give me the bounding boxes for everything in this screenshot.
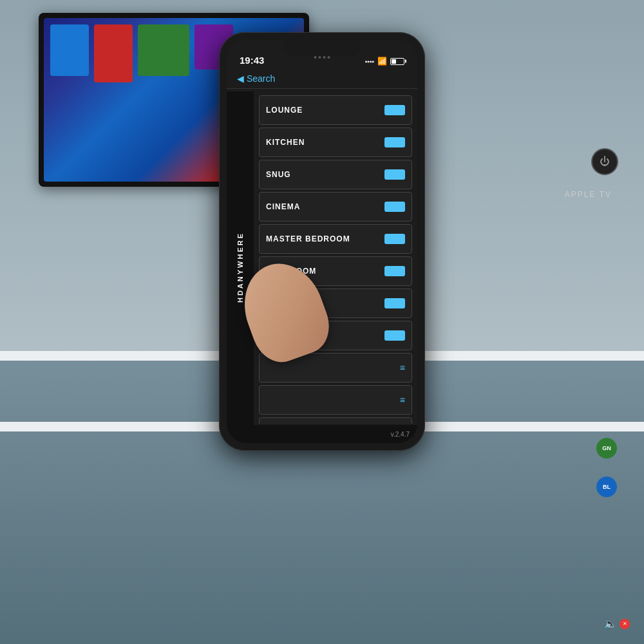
room-toggle-cinema[interactable] bbox=[384, 202, 405, 212]
power-button[interactable]: ⏻ bbox=[591, 148, 618, 175]
brand-name: HDANYWHERE bbox=[236, 232, 244, 303]
apple-tv-label: APPLE TV bbox=[565, 190, 612, 199]
volume-mute-badge: ✕ bbox=[620, 619, 630, 629]
gn-label: GN bbox=[602, 445, 611, 451]
volume-area[interactable]: 🔈 ✕ bbox=[604, 618, 630, 630]
room-name-cinema: CINEMA bbox=[266, 202, 384, 211]
dot1 bbox=[314, 56, 317, 59]
room-toggle-kitchen[interactable] bbox=[384, 137, 405, 147]
room-toggle-bathroom[interactable] bbox=[384, 330, 405, 341]
version-text: v.2.4.7 bbox=[391, 431, 410, 438]
room-toggle-kids-room[interactable] bbox=[384, 266, 405, 276]
room-toggle-master-bedroom[interactable] bbox=[384, 234, 405, 244]
room-name-snug: SNUG bbox=[266, 170, 384, 179]
room-name-kitchen: KITCHEN bbox=[266, 138, 384, 147]
status-icons: ▪▪▪▪ 📶 bbox=[365, 57, 404, 66]
room-name-master-bedroom: MASTER BEDROOM bbox=[266, 234, 384, 243]
phone-wrapper: 19:43 ▪▪▪▪ 📶 ◀ Search HDANYWHERE bbox=[219, 32, 425, 451]
phone-device: 19:43 ▪▪▪▪ 📶 ◀ Search HDANYWHERE bbox=[219, 32, 425, 451]
room-item-kitchen[interactable]: KITCHEN bbox=[259, 128, 412, 157]
bl-label: BL bbox=[603, 484, 611, 490]
room-toggle-lounge[interactable] bbox=[384, 105, 405, 115]
room-menu-icon-room9[interactable]: ≡ bbox=[400, 363, 405, 373]
gn-badge: GN bbox=[596, 438, 617, 459]
search-bar[interactable]: ◀ Search bbox=[227, 68, 417, 89]
room-item-cinema[interactable]: CINEMA bbox=[259, 192, 412, 222]
volume-icon: 🔈 bbox=[604, 618, 617, 630]
room-toggle-snug[interactable] bbox=[384, 169, 405, 180]
tv-tile-3 bbox=[138, 24, 189, 76]
search-back-button[interactable]: ◀ Search bbox=[237, 73, 275, 84]
power-icon: ⏻ bbox=[600, 156, 610, 167]
phone-notch bbox=[283, 40, 361, 57]
bl-badge: BL bbox=[596, 477, 617, 497]
room-item-snug[interactable]: SNUG bbox=[259, 160, 412, 189]
room-name-lounge: LOUNGE bbox=[266, 106, 384, 115]
room-list: LOUNGEKITCHENSNUGCINEMAMASTER BEDROOMKID… bbox=[254, 90, 417, 424]
room-item-master-bedroom[interactable]: MASTER BEDROOM bbox=[259, 224, 412, 254]
battery-icon bbox=[390, 58, 404, 65]
dot4 bbox=[328, 56, 330, 59]
room-item-room10[interactable]: ≡ bbox=[259, 385, 412, 415]
main-content: LOUNGEKITCHENSNUGCINEMAMASTER BEDROOMKID… bbox=[254, 90, 417, 424]
version-bar: v.2.4.7 bbox=[254, 425, 417, 443]
dot3 bbox=[323, 56, 326, 59]
battery-fill bbox=[392, 59, 396, 64]
dot2 bbox=[319, 56, 321, 59]
signal-icon: ▪▪▪▪ bbox=[365, 58, 374, 65]
phone-screen: 19:43 ▪▪▪▪ 📶 ◀ Search HDANYWHERE bbox=[227, 40, 417, 443]
room-item-room11[interactable]: S TV≡ bbox=[259, 417, 412, 424]
wifi-icon: 📶 bbox=[377, 57, 387, 66]
tv-tile-1 bbox=[50, 24, 89, 76]
sidebar-brand: HDANYWHERE bbox=[227, 91, 254, 443]
notch-dots bbox=[314, 56, 330, 59]
x-icon: ✕ bbox=[623, 621, 627, 627]
room-item-lounge[interactable]: LOUNGE bbox=[259, 95, 412, 125]
room-menu-icon-room10[interactable]: ≡ bbox=[400, 395, 405, 405]
room-toggle-gym[interactable] bbox=[384, 298, 405, 308]
tv-tile-2 bbox=[94, 24, 133, 82]
